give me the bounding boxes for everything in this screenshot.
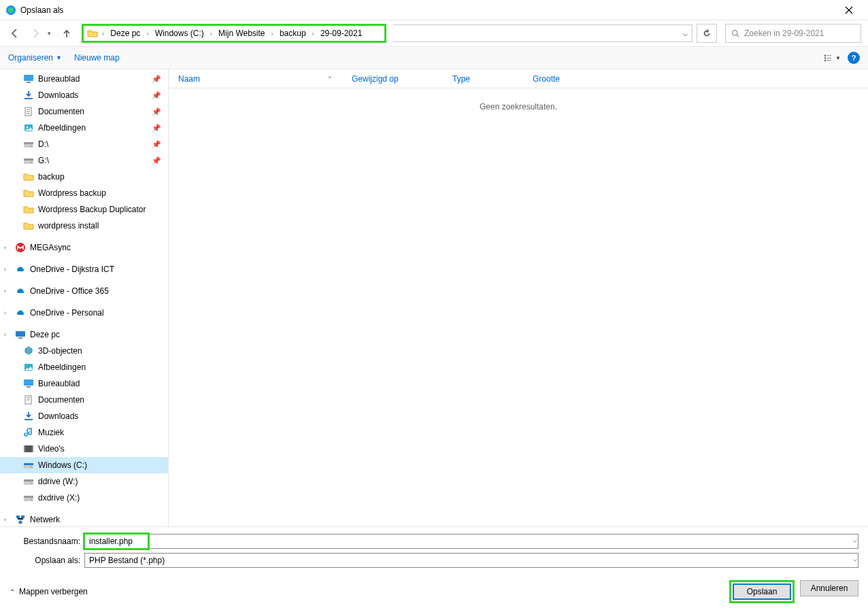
tree-item[interactable]: ddrive (W:) [0,473,168,490]
tree-item[interactable]: D:\📌 [0,136,168,152]
view-options-button[interactable]: ▼ [824,50,841,66]
hide-folders-toggle[interactable]: ⌃ Mappen verbergen [10,587,88,596]
breadcrumb-dropdown[interactable]: ⌵ [393,24,693,42]
refresh-button[interactable] [697,24,717,43]
breadcrumb-item[interactable]: Deze pc [107,27,143,39]
chevron-right-icon: › [144,30,150,37]
tree-item-label: G:\ [38,156,49,165]
tree-item[interactable]: Video's [0,441,168,457]
svg-rect-19 [24,158,33,160]
column-modified[interactable]: Gewijzigd op [342,74,443,84]
tree-item-label: Netwerk [30,515,60,524]
tree-item-label: backup [38,172,65,182]
filename-input[interactable] [84,534,858,549]
svg-point-34 [31,467,32,468]
tree-item[interactable]: Windows (C:) [0,457,168,473]
back-button[interactable] [7,25,23,41]
tree-item-label: Downloads [38,90,78,100]
svg-point-37 [31,483,32,484]
tree-item[interactable]: Bureaublad [0,375,168,392]
tree-item-label: Bureaublad [38,74,80,84]
saveas-type-select[interactable] [84,553,858,568]
tree-item[interactable]: ›Netwerk [0,511,168,526]
tree-item[interactable]: Muziek [0,424,168,441]
tree-item[interactable]: 3D-objecten [0,343,168,359]
tree-item-label: Wordpress backup [38,188,106,198]
tree-item[interactable]: ›Deze pc [0,326,168,343]
cancel-button[interactable]: Annuleren [800,580,858,596]
column-type[interactable]: Type [443,74,523,84]
tree-item[interactable]: Wordpress backup [0,185,168,201]
history-dropdown[interactable]: ▾ [48,30,54,37]
tree-item[interactable]: Wordpress Backup Duplicator [0,201,168,218]
search-input[interactable]: Zoeken in 29-09-2021 [725,24,861,43]
file-list-area: Naam ⌃ Gewijzigd op Type Grootte Geen zo… [169,69,868,526]
tree-item[interactable]: ›OneDrive - Personal [0,305,168,321]
svg-point-14 [27,126,28,128]
tree-item[interactable]: Documenten📌 [0,103,168,120]
tree-item-label: OneDrive - Personal [30,308,104,318]
tree-item[interactable]: ›OneDrive - Dijkstra ICT [0,261,168,277]
chevron-right-icon: › [269,30,276,37]
expand-chevron-icon[interactable]: › [4,516,6,523]
tree-item[interactable]: backup [0,169,168,185]
onedrive-icon [15,264,26,275]
tree-item[interactable]: ›OneDrive - Office 365 [0,283,168,299]
expand-chevron-icon[interactable]: › [4,244,6,251]
search-icon [731,29,740,38]
video-icon [23,443,34,454]
tree-item[interactable]: wordpress install [0,218,168,234]
tree-item[interactable]: Downloads [0,408,168,424]
forward-button[interactable] [27,25,44,41]
expand-chevron-icon[interactable]: › [4,309,6,316]
download-lib-icon [23,411,34,422]
help-button[interactable]: ? [848,52,860,64]
tree-item[interactable]: G:\📌 [0,152,168,169]
tree-item[interactable]: Bureaublad📌 [0,71,168,87]
svg-rect-41 [16,515,20,518]
tree-item[interactable]: dxdrive (X:) [0,490,168,506]
breadcrumb-item[interactable]: 29-09-2021 [318,27,365,39]
breadcrumb[interactable]: › Deze pc › Windows (C:) › Mijn Website … [82,24,386,43]
svg-rect-4 [827,55,831,56]
app-icon [5,5,16,16]
column-size[interactable]: Grootte [523,74,605,84]
tree-item[interactable]: Downloads📌 [0,87,168,103]
folder-icon [23,188,34,199]
tree-item[interactable]: Documenten [0,392,168,408]
tree-item[interactable]: Afbeeldingen [0,359,168,375]
pin-icon: 📌 [152,124,161,133]
column-headers: Naam ⌃ Gewijzigd op Type Grootte [169,69,868,88]
drive-icon [23,476,34,487]
svg-rect-10 [27,82,31,83]
breadcrumb-item[interactable]: Mijn Website [216,27,267,39]
tree-item[interactable]: ›MEGAsync [0,239,168,256]
tree-item-label: Documenten [38,107,84,116]
expand-chevron-icon[interactable]: › [4,266,6,273]
onedrive-icon [15,286,26,296]
breadcrumb-item[interactable]: Windows (C:) [152,27,207,39]
breadcrumb-item[interactable]: backup [277,27,309,39]
up-button[interactable] [59,25,75,41]
3d-icon [23,345,34,356]
expand-chevron-icon[interactable]: › [4,288,6,294]
folder-icon [23,204,34,215]
organize-button[interactable]: Organiseren ▼ [8,53,62,63]
empty-results-message: Geen zoekresultaten. [169,88,868,112]
tree-item[interactable]: Afbeeldingen📌 [0,120,168,136]
close-button[interactable] [835,0,863,20]
svg-rect-3 [824,55,826,56]
new-folder-button[interactable]: Nieuwe map [74,53,120,63]
navigation-tree[interactable]: Bureaublad📌Downloads📌Documenten📌Afbeeldi… [0,69,169,526]
mega-icon [15,242,26,253]
expand-chevron-icon[interactable]: › [4,331,6,338]
svg-point-17 [31,146,32,147]
tree-item-label: Muziek [38,428,64,437]
column-name[interactable]: Naam ⌃ [169,74,342,84]
drive-c-icon [23,460,34,471]
save-button[interactable]: Opslaan [733,583,791,600]
svg-rect-42 [21,515,24,518]
tree-item-label: Bureaublad [38,379,80,388]
pin-icon: 📌 [152,75,161,84]
chevron-down-icon: ▼ [56,54,62,61]
